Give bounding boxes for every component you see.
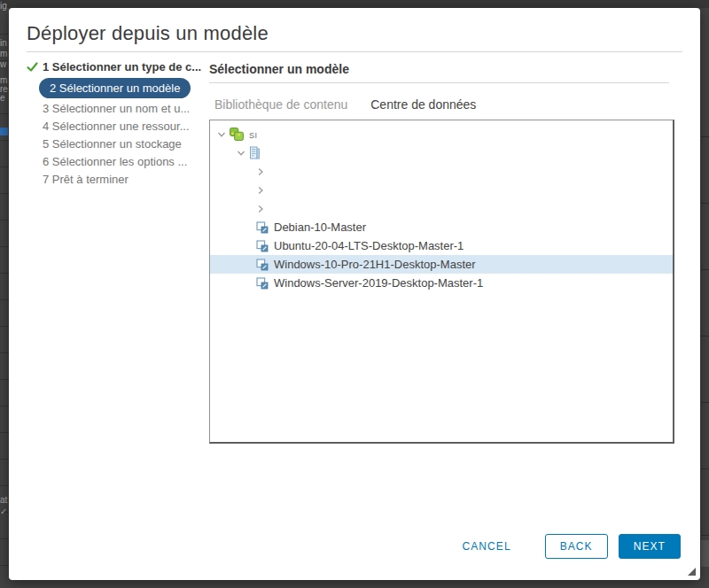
background-fragment: e xyxy=(0,93,5,103)
dialog-footer: CANCEL BACK NEXT xyxy=(457,534,682,559)
background-fragment: at xyxy=(0,495,7,505)
back-button[interactable]: BACK xyxy=(545,534,608,559)
step-7: 7 Prêt à terminer xyxy=(27,171,204,189)
background-top-strip xyxy=(0,0,709,8)
next-button[interactable]: NEXT xyxy=(619,534,681,559)
vcenter-icon xyxy=(230,128,244,141)
caret-right-icon[interactable] xyxy=(256,167,269,176)
tree-node-debian-10-master[interactable]: Debian-10-Master xyxy=(210,218,673,236)
dialog-title: Déployer depuis un modèle xyxy=(27,22,269,45)
source-tabs: Bibliothèque de contenuCentre de données xyxy=(214,97,499,122)
tree-node-node[interactable] xyxy=(210,162,673,181)
step-label: 5 Sélectionner un stockage xyxy=(43,137,182,151)
caret-right-icon[interactable] xyxy=(256,205,269,213)
vm-template-icon xyxy=(256,259,269,271)
step-6: 6 Sélectionner les options ... xyxy=(27,153,204,171)
tree-node-node[interactable] xyxy=(210,143,673,162)
tree-node-node[interactable] xyxy=(210,199,673,218)
panel-heading: Sélectionner un modèle xyxy=(209,62,349,76)
step-1[interactable]: 1 Sélectionner un type de c... xyxy=(27,58,204,76)
background-fragment: ✓ xyxy=(0,507,7,516)
step-label: 3 Sélectionner un nom et u... xyxy=(43,102,190,115)
tree-node-label: Ubuntu-20-04-LTS-Desktop-Master-1 xyxy=(274,239,464,252)
inventory-tree-box: SIDebian-10-MasterUbuntu-20-04-LTS-Deskt… xyxy=(209,120,674,444)
resize-grip[interactable] xyxy=(687,567,696,576)
tree-node-windows-10-pro-21h1-desktop-master[interactable]: Windows-10-Pro-21H1-Desktop-Master xyxy=(210,255,673,274)
step-label: 7 Prêt à terminer xyxy=(43,173,129,186)
background-app-icon xyxy=(0,128,8,135)
tree-node-label: Debian-10-Master xyxy=(274,220,366,234)
background-fragment: m xyxy=(0,49,7,58)
select-template-panel: Sélectionner un modèle Bibliothèque de c… xyxy=(209,58,682,448)
cancel-button[interactable]: CANCEL xyxy=(457,534,517,559)
caret-right-icon[interactable] xyxy=(256,186,269,195)
inventory-tree: SIDebian-10-MasterUbuntu-20-04-LTS-Deskt… xyxy=(210,120,673,292)
tree-node-si[interactable]: SI xyxy=(210,125,673,143)
step-label: 1 Sélectionner un type de c... xyxy=(43,60,201,74)
panel-divider xyxy=(209,82,669,83)
vm-template-icon xyxy=(256,221,269,234)
step-5: 5 Sélectionner un stockage xyxy=(27,135,204,153)
step-label: 6 Sélectionner les options ... xyxy=(43,155,187,168)
tab-centre-de-donn-es[interactable]: Centre de données xyxy=(370,97,476,122)
check-icon xyxy=(27,62,38,73)
vm-template-icon xyxy=(256,240,269,252)
step-2[interactable]: 2 Sélectionner un modèle xyxy=(39,78,191,98)
tree-node-label: SI xyxy=(249,129,258,140)
tree-node-label: Windows-Server-2019-Desktop-Master-1 xyxy=(274,276,483,290)
background-row-highlight xyxy=(701,540,709,567)
background-right-strip xyxy=(701,71,709,588)
deploy-from-template-dialog: Déployer depuis un modèle 1 Sélectionner… xyxy=(9,8,700,580)
background-fragment: w xyxy=(0,59,6,69)
caret-down-icon[interactable] xyxy=(217,130,230,139)
tree-node-windows-server-2019-desktop-master-1[interactable]: Windows-Server-2019-Desktop-Master-1 xyxy=(210,274,673,292)
tree-node-ubuntu-20-04-lts-desktop-master-1[interactable]: Ubuntu-20-04-LTS-Desktop-Master-1 xyxy=(210,236,673,255)
wizard-step-list: 1 Sélectionner un type de c...2 Sélectio… xyxy=(27,58,204,189)
tree-node-label: Windows-10-Pro-21H1-Desktop-Master xyxy=(274,258,476,271)
step-3: 3 Sélectionner un nom et u... xyxy=(27,100,204,118)
tree-node-node[interactable] xyxy=(210,181,673,199)
step-label: 4 Sélectionner une ressour... xyxy=(43,120,190,133)
step-4: 4 Sélectionner une ressour... xyxy=(27,118,204,135)
tab-biblioth-que-de-contenu[interactable]: Bibliothèque de contenu xyxy=(214,97,347,122)
datacenter-icon xyxy=(249,146,261,159)
title-divider xyxy=(27,51,682,52)
background-fragment: in xyxy=(0,38,7,48)
caret-down-icon[interactable] xyxy=(237,149,249,158)
vm-template-icon xyxy=(256,277,269,290)
step-label: 2 Sélectionner un modèle xyxy=(50,81,180,95)
background-fragment: ig xyxy=(0,1,7,11)
